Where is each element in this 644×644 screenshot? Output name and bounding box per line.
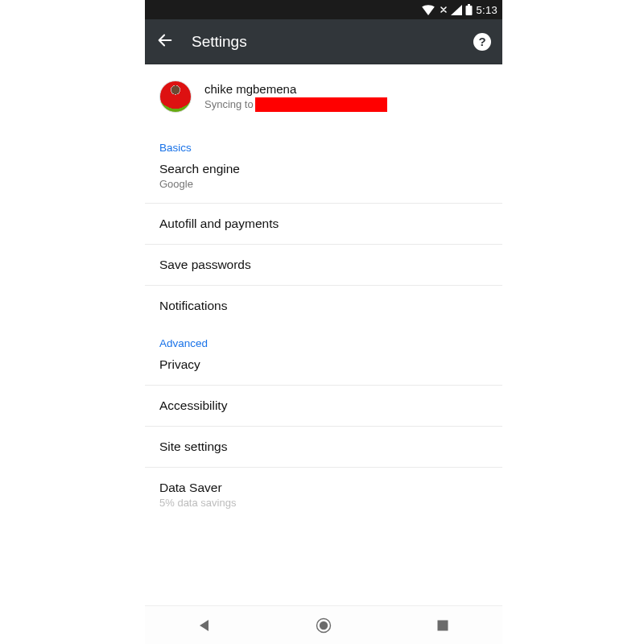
svg-rect-0 <box>468 4 470 6</box>
item-label: Save passwords <box>159 258 488 272</box>
avatar <box>159 80 192 113</box>
sync-prefix: Syncing to <box>204 98 254 110</box>
back-icon[interactable] <box>156 31 174 52</box>
item-label: Privacy <box>159 357 488 372</box>
svg-rect-4 <box>438 620 448 630</box>
account-row[interactable]: chike mgbemena Syncing to <box>145 64 502 130</box>
nav-home-icon[interactable] <box>304 606 343 645</box>
app-bar: Settings ? <box>145 19 502 64</box>
item-accessibility[interactable]: Accessibility <box>145 386 502 427</box>
battery-icon <box>465 4 473 15</box>
item-search-engine[interactable]: Search engine Google <box>145 155 502 204</box>
status-time: 5:13 <box>476 4 497 16</box>
item-site-settings[interactable]: Site settings <box>145 427 502 468</box>
status-bar: 5:13 <box>145 0 502 19</box>
item-label: Site settings <box>159 440 488 454</box>
settings-list[interactable]: chike mgbemena Syncing to Basics Search … <box>145 64 502 605</box>
item-label: Search engine <box>159 162 488 176</box>
account-name: chike mgbemena <box>204 82 488 96</box>
item-label: Notifications <box>159 299 488 313</box>
item-data-saver[interactable]: Data Saver 5% data savings <box>145 468 502 509</box>
help-icon[interactable]: ? <box>473 33 491 51</box>
item-label: Data Saver <box>159 481 488 495</box>
item-autofill-payments[interactable]: Autofill and payments <box>145 204 502 245</box>
item-sublabel: Google <box>159 178 488 190</box>
account-sync-status: Syncing to <box>204 97 488 112</box>
redacted-email <box>255 97 387 112</box>
item-save-passwords[interactable]: Save passwords <box>145 245 502 286</box>
item-label: Accessibility <box>159 398 488 413</box>
item-sublabel: 5% data savings <box>159 497 488 509</box>
phone-frame: 5:13 Settings ? chike mgbemena Syncing t… <box>145 0 502 644</box>
section-header-basics: Basics <box>145 130 502 155</box>
nav-back-icon[interactable] <box>185 606 224 645</box>
svg-point-3 <box>320 621 328 629</box>
android-nav-bar <box>145 605 502 644</box>
item-label: Autofill and payments <box>159 217 488 231</box>
cell-nodata-icon <box>440 6 448 14</box>
item-privacy[interactable]: Privacy <box>145 351 502 386</box>
nav-recent-icon[interactable] <box>423 606 462 645</box>
svg-rect-1 <box>466 6 473 15</box>
wifi-icon <box>422 5 435 15</box>
item-notifications[interactable]: Notifications <box>145 286 502 326</box>
section-header-advanced: Advanced <box>145 326 502 351</box>
cell-signal-icon <box>451 5 462 15</box>
page-title: Settings <box>192 33 456 51</box>
